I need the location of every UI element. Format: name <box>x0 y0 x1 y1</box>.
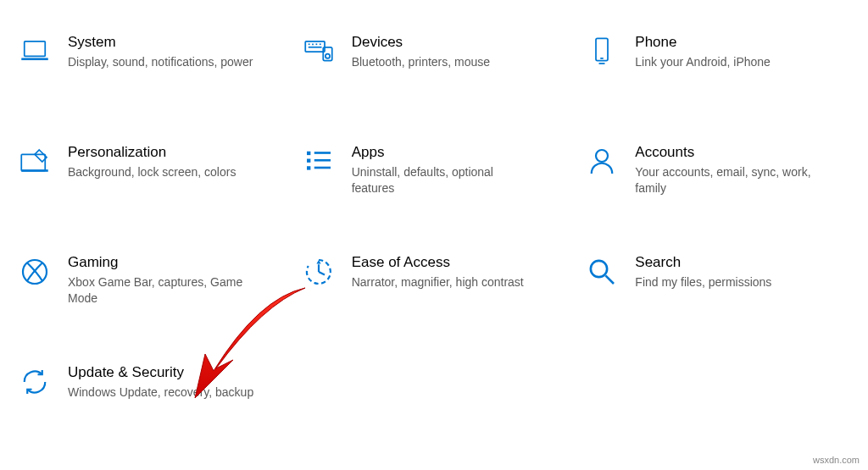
tile-search[interactable]: Search Find my files, permissions <box>584 254 851 322</box>
tile-text: Personalization Background, lock screen,… <box>68 144 236 180</box>
tile-text: Ease of Access Narrator, magnifier, high… <box>352 254 524 290</box>
svg-point-20 <box>596 150 608 162</box>
tile-desc: Narrator, magnifier, high contrast <box>352 274 524 290</box>
tile-system[interactable]: System Display, sound, notifications, po… <box>17 34 284 102</box>
tile-desc: Uninstall, defaults, optional features <box>352 164 538 196</box>
tile-desc: Your accounts, email, sync, work, family <box>635 164 821 196</box>
tile-desc: Link your Android, iPhone <box>635 54 771 70</box>
svg-rect-18 <box>307 166 310 169</box>
tile-desc: Find my files, permissions <box>635 274 771 290</box>
svg-line-25 <box>606 275 615 284</box>
tile-title: Devices <box>352 34 490 51</box>
tile-update-security[interactable]: Update & Security Windows Update, recove… <box>17 364 284 432</box>
tile-personalization[interactable]: Personalization Background, lock screen,… <box>17 144 284 212</box>
tile-desc: Xbox Game Bar, captures, Game Mode <box>68 274 254 307</box>
tile-phone[interactable]: Phone Link your Android, iPhone <box>584 34 851 102</box>
svg-rect-14 <box>307 152 310 155</box>
tile-ease-of-access[interactable]: Ease of Access Narrator, magnifier, high… <box>301 254 568 322</box>
svg-rect-9 <box>596 38 608 60</box>
tile-text: Gaming Xbox Game Bar, captures, Game Mod… <box>68 254 254 307</box>
tile-title: Gaming <box>68 254 254 271</box>
svg-point-24 <box>591 261 607 277</box>
laptop-icon <box>17 34 53 69</box>
tile-text: Accounts Your accounts, email, sync, wor… <box>635 144 821 196</box>
tile-accounts[interactable]: Accounts Your accounts, email, sync, wor… <box>584 144 851 212</box>
search-icon <box>584 254 620 290</box>
tile-title: Personalization <box>68 144 236 161</box>
tile-title: Update & Security <box>68 364 253 381</box>
tile-desc: Background, lock screen, colors <box>68 164 236 180</box>
sync-icon <box>17 364 53 400</box>
tile-title: Apps <box>352 144 538 161</box>
tile-text: Apps Uninstall, defaults, optional featu… <box>352 144 538 196</box>
tile-text: System Display, sound, notifications, po… <box>68 34 253 70</box>
svg-rect-16 <box>307 159 310 163</box>
tile-text: Phone Link your Android, iPhone <box>635 34 771 70</box>
svg-rect-0 <box>25 41 46 57</box>
tile-gaming[interactable]: Gaming Xbox Game Bar, captures, Game Mod… <box>17 254 284 322</box>
tile-text: Devices Bluetooth, printers, mouse <box>352 34 490 70</box>
person-icon <box>584 144 620 180</box>
svg-point-8 <box>326 54 330 58</box>
tile-devices[interactable]: Devices Bluetooth, printers, mouse <box>301 34 568 102</box>
tile-title: System <box>68 34 253 51</box>
tile-desc: Windows Update, recovery, backup <box>68 384 253 401</box>
paint-icon <box>17 144 53 180</box>
list-icon <box>301 144 337 180</box>
tile-text: Update & Security Windows Update, recove… <box>68 364 253 401</box>
tile-title: Phone <box>635 34 771 51</box>
tile-desc: Display, sound, notifications, power <box>68 54 253 70</box>
tile-desc: Bluetooth, printers, mouse <box>352 54 490 70</box>
tile-title: Ease of Access <box>352 254 524 271</box>
tile-title: Search <box>635 254 771 271</box>
svg-line-23 <box>319 272 325 275</box>
tile-apps[interactable]: Apps Uninstall, defaults, optional featu… <box>301 144 568 212</box>
tile-text: Search Find my files, permissions <box>635 254 771 290</box>
settings-categories-grid: System Display, sound, notifications, po… <box>0 0 868 449</box>
xbox-icon <box>17 254 53 290</box>
keyboard-speaker-icon <box>301 34 337 69</box>
tile-title: Accounts <box>635 144 821 161</box>
phone-icon <box>584 34 620 69</box>
watermark-text: wsxdn.com <box>813 455 860 465</box>
svg-rect-12 <box>21 154 45 170</box>
ease-of-access-icon <box>301 254 337 290</box>
